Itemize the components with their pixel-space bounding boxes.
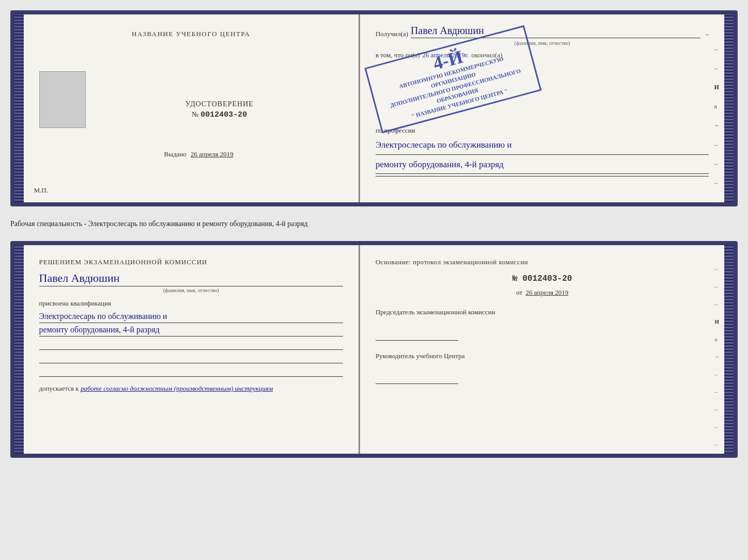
recipient-name-bottom: Павел Авдюшин xyxy=(39,271,343,286)
photo-placeholder xyxy=(39,71,86,128)
poluchil-label: Получил(a) xyxy=(376,30,408,38)
number-prefix-bottom: № xyxy=(512,274,518,283)
protocol-number: № 0012403-20 xyxy=(376,274,709,283)
udostoverenie-label: УДОСТОВЕРЕНИЕ xyxy=(185,100,254,108)
ot-line: от 26 апреля 2019 xyxy=(376,289,709,297)
protocol-number-value: 0012403-20 xyxy=(522,274,572,283)
doc-left-top: НАЗВАНИЕ УЧЕБНОГО ЦЕНТРА УДОСТОВЕРЕНИЕ №… xyxy=(24,14,360,202)
predsedatel-block: Председатель экзаменационной комиссии xyxy=(376,307,709,341)
vydano-label: Выдано xyxy=(164,150,186,158)
center-title-top: НАЗВАНИЕ УЧЕБНОГО ЦЕНТРА xyxy=(132,30,250,38)
poluchil-line: Получил(a) Павел Авдюшин – xyxy=(376,25,709,38)
name-subtitle-bottom: (фамилия, имя, отчество) xyxy=(39,287,343,293)
blank-line-3 xyxy=(39,365,343,377)
vydano-date: 26 апреля 2019 xyxy=(191,150,233,158)
ot-date: 26 апреля 2019 xyxy=(525,289,568,296)
spine-right-bottom xyxy=(724,245,734,454)
po-professii-label: по профессии xyxy=(376,126,709,135)
page-container: НАЗВАНИЕ УЧЕБНОГО ЦЕНТРА УДОСТОВЕРЕНИЕ №… xyxy=(10,10,738,458)
prisvoena-label: присвоена квалификация xyxy=(39,299,343,308)
right-dashes-bottom: – – – И а ← – – – – – xyxy=(714,266,720,447)
po-professii-block: по профессии Электрослесарь по обслужива… xyxy=(376,126,709,177)
name-subtitle-top: (фамилия, имя, отчество) xyxy=(376,40,709,46)
spine-right-top xyxy=(724,14,734,202)
profession-line1-bottom: Электрослесарь по обслуживанию и xyxy=(39,312,343,323)
profession-line2-bottom: ремонту оборудования, 4-й разряд xyxy=(39,325,343,337)
rukovoditel-label: Руководитель учебного Центра xyxy=(376,351,709,361)
osnovanie-title: Основание: протокол экзаменационной коми… xyxy=(376,258,709,266)
bottom-document: Решением экзаменационной комиссии Павел … xyxy=(10,241,738,458)
resheniem-title: Решением экзаменационной комиссии xyxy=(39,258,343,266)
recipient-name-top: Павел Авдюшин xyxy=(411,25,700,38)
right-dashes-top: – – И а ← – – – – xyxy=(714,45,720,206)
mp-label: М.П. xyxy=(34,186,48,195)
certificate-number: 0012403-20 xyxy=(200,110,247,119)
udostoverenie-number: № 0012403-20 xyxy=(185,110,254,119)
dopuskaetsya-text: работе согласно должностным (производств… xyxy=(81,385,273,392)
blank-line-2 xyxy=(39,352,343,363)
spine-left-bottom xyxy=(14,245,24,454)
udostoverenie-block: УДОСТОВЕРЕНИЕ № 0012403-20 xyxy=(185,100,254,119)
rukovoditel-signature-line xyxy=(376,374,458,384)
vydano-line: Выдано 26 апреля 2019 xyxy=(164,150,233,158)
blank-line-1 xyxy=(39,339,343,350)
ot-prefix: от xyxy=(516,289,522,296)
profession-line1-top: Электрослесарь по обслуживанию и ремонту… xyxy=(376,137,709,177)
middle-text: Рабочая специальность - Электрослесарь п… xyxy=(10,216,738,232)
predsedatel-signature-line xyxy=(376,330,458,341)
doc-right-top: Получил(a) Павел Авдюшин – (фамилия, имя… xyxy=(360,14,725,202)
doc-bottom-left: Решением экзаменационной комиссии Павел … xyxy=(24,245,360,454)
dopuskaetsya-label: допускается к xyxy=(39,385,79,392)
spine-left-top xyxy=(14,14,24,202)
number-prefix: № xyxy=(192,110,198,118)
top-document: НАЗВАНИЕ УЧЕБНОГО ЦЕНТРА УДОСТОВЕРЕНИЕ №… xyxy=(10,10,738,206)
dopuskaetsya-block: допускается к работе согласно должностны… xyxy=(39,385,343,393)
doc-bottom-right: Основание: протокол экзаменационной коми… xyxy=(360,245,725,454)
rukovoditel-block: Руководитель учебного Центра xyxy=(376,351,709,385)
predsedatel-label: Председатель экзаменационной комиссии xyxy=(376,307,709,317)
